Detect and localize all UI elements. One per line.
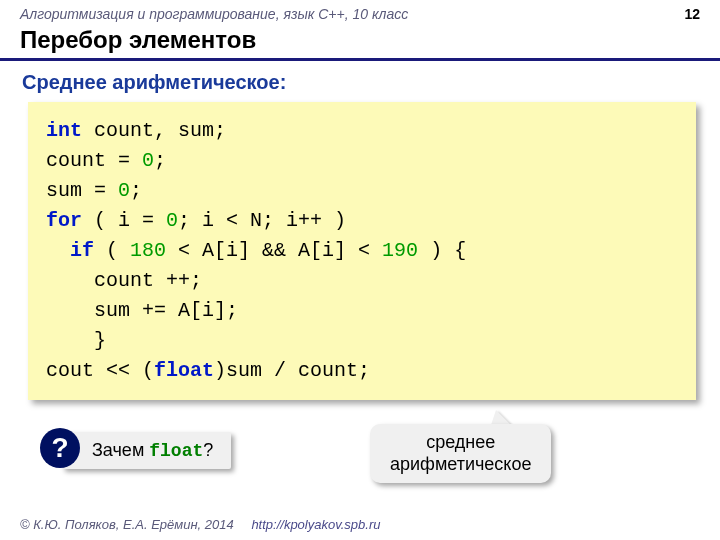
code-num: 0 [118, 179, 130, 202]
question-text: ? [203, 440, 213, 460]
subtitle: Среднее арифметическое: [0, 71, 720, 102]
code-text: ) { [418, 239, 466, 262]
question-box: Зачем float? [62, 432, 231, 469]
note-box: среднее арифметическое [370, 424, 551, 483]
header-bar: Алгоритмизация и программирование, язык … [0, 0, 720, 24]
code-kw: float [154, 359, 214, 382]
question-code: float [149, 441, 203, 461]
code-text: )sum / count; [214, 359, 370, 382]
code-text: sum = [46, 179, 118, 202]
footer: © К.Ю. Поляков, Е.А. Ерёмин, 2014 http:/… [20, 517, 380, 532]
note-line2: арифметическое [390, 454, 531, 474]
code-num: 190 [382, 239, 418, 262]
code-text: } [46, 329, 106, 352]
code-text: < A[i] && A[i] < [166, 239, 382, 262]
code-text: ; [130, 179, 142, 202]
code-text: ; i < N; i++ ) [178, 209, 346, 232]
code-num: 0 [142, 149, 154, 172]
note-line1: среднее [426, 432, 495, 452]
code-kw: if [70, 239, 94, 262]
copyright: © К.Ю. Поляков, Е.А. Ерёмин, 2014 [20, 517, 234, 532]
code-text: count = [46, 149, 142, 172]
code-text: count ++; [46, 269, 202, 292]
code-kw: int [46, 119, 82, 142]
code-text: ; [154, 149, 166, 172]
code-text: ( [94, 239, 130, 262]
code-kw: for [46, 209, 82, 232]
footer-link: http://kpolyakov.spb.ru [251, 517, 380, 532]
code-text: sum += A[i]; [46, 299, 238, 322]
code-text: cout << ( [46, 359, 154, 382]
page-title: Перебор элементов [0, 24, 720, 61]
code-num: 0 [166, 209, 178, 232]
question-text: Зачем [92, 440, 149, 460]
code-text: count, sum; [82, 119, 226, 142]
code-num: 180 [130, 239, 166, 262]
code-text: ( i = [82, 209, 166, 232]
question-icon: ? [40, 428, 80, 468]
page-number: 12 [684, 6, 700, 22]
course-label: Алгоритмизация и программирование, язык … [20, 6, 408, 22]
code-block: int count, sum; count = 0; sum = 0; for … [28, 102, 696, 400]
